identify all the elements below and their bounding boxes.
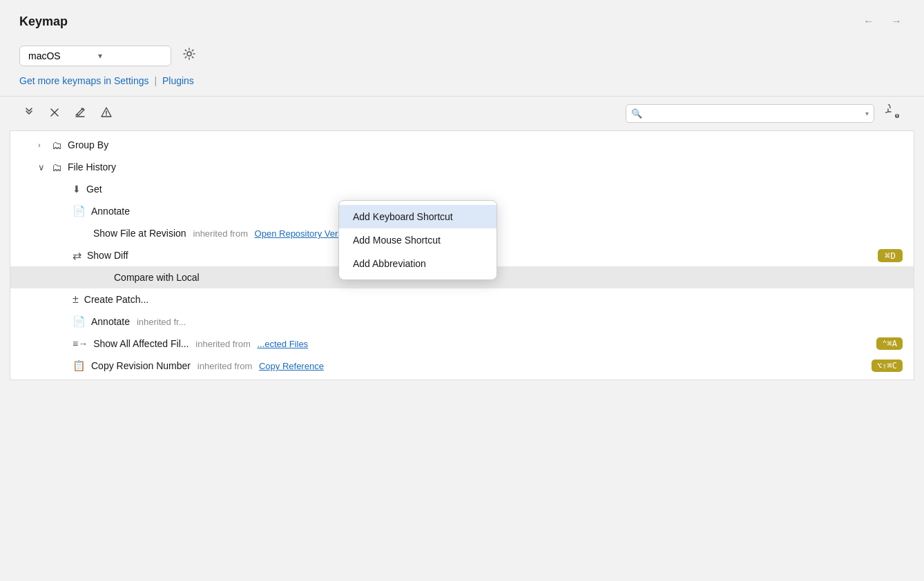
inherited-text: inherited from — [195, 339, 253, 349]
menu-item-label: Add Abbreviation — [353, 258, 426, 269]
row-label: Compare with Local — [114, 272, 903, 283]
tree-row[interactable]: ± Create Patch... — [10, 288, 914, 311]
row-label: Show File at Revision inherited from Ope… — [93, 228, 903, 239]
annotate-icon: 📄 — [73, 205, 86, 217]
affected-files-icon: ≡→ — [73, 338, 88, 349]
chevron-down-icon: ∨ — [38, 162, 48, 173]
tree-row[interactable]: ∨ 🗂 File History — [10, 156, 914, 178]
expand-icon — [23, 106, 35, 119]
svg-point-8 — [897, 117, 898, 117]
context-menu-item-add-abbreviation[interactable]: Add Abbreviation — [339, 252, 497, 275]
gear-icon — [182, 47, 196, 61]
row-label: Get — [86, 184, 903, 195]
collapse-icon — [49, 107, 60, 118]
settings-link[interactable]: Get more keymaps in Settings — [19, 75, 149, 86]
tree-row[interactable]: 📄 Annotate inherited fr... — [10, 311, 914, 333]
forward-button[interactable]: → — [888, 14, 905, 29]
inherited-link[interactable]: Copy Reference — [259, 361, 324, 371]
collapse-all-button[interactable] — [46, 105, 64, 123]
row-label: Annotate inherited fr... — [91, 316, 903, 327]
tree-row[interactable]: ≡→ Show All Affected Fil... inherited fr… — [10, 333, 914, 355]
context-menu-item-add-keyboard-shortcut[interactable]: Add Keyboard Shortcut — [339, 205, 497, 228]
link-separator: | — [154, 75, 157, 86]
chevron-down-icon: ▾ — [98, 51, 162, 61]
controls-row: macOS ▾ — [0, 39, 924, 74]
inherited-link[interactable]: ...ected Files — [257, 339, 308, 349]
toolbar: 🔍 ▾ — [0, 96, 924, 130]
nav-buttons: ← → — [860, 14, 905, 29]
row-label: Show All Affected Fil... inherited from … — [93, 338, 876, 349]
tree-row[interactable]: › 🗂 Group By — [10, 134, 914, 156]
page-title: Keymap — [19, 14, 68, 29]
tree-row[interactable]: ⬇ Get — [10, 178, 914, 200]
search-container: 🔍 ▾ — [626, 104, 874, 123]
get-icon: ⬇ — [73, 184, 81, 195]
menu-item-label: Add Keyboard Shortcut — [353, 211, 453, 222]
keymap-value: macOS — [28, 50, 93, 61]
edit-icon — [74, 106, 86, 119]
links-row: Get more keymaps in Settings | Plugins — [0, 74, 924, 96]
annotate-icon: 📄 — [73, 315, 86, 328]
copy-icon: 📋 — [73, 360, 86, 372]
expand-all-button[interactable] — [19, 104, 39, 124]
plugins-link[interactable]: Plugins — [162, 75, 194, 86]
svg-point-5 — [106, 115, 107, 116]
row-label: File History — [68, 161, 903, 173]
gear-button[interactable] — [178, 44, 200, 67]
row-label: Copy Revision Number inherited from Copy… — [91, 360, 872, 371]
diff-icon: ⇄ — [73, 249, 81, 262]
keymap-dropdown[interactable]: macOS ▾ — [19, 46, 171, 66]
warning-icon — [100, 106, 113, 119]
restore-icon — [885, 104, 901, 119]
edit-button[interactable] — [70, 104, 90, 124]
shortcut-badge: ⌥⇧⌘C — [872, 360, 903, 372]
patch-icon: ± — [73, 293, 79, 306]
menu-item-label: Add Mouse Shortcut — [353, 235, 441, 246]
row-label: Group By — [68, 139, 903, 150]
folder-icon: 🗂 — [52, 161, 62, 173]
row-label: Create Patch... — [84, 294, 903, 305]
search-input[interactable] — [626, 104, 874, 123]
header: Keymap ← → — [0, 0, 924, 39]
inherited-text: inherited fr... — [137, 317, 186, 327]
back-button[interactable]: ← — [860, 14, 877, 29]
tree-row[interactable]: 📋 Copy Revision Number inherited from Co… — [10, 355, 914, 377]
inherited-text: inherited from — [198, 361, 255, 371]
warning-button[interactable] — [97, 104, 116, 124]
restore-defaults-button[interactable] — [881, 102, 905, 125]
context-menu-item-add-mouse-shortcut[interactable]: Add Mouse Shortcut — [339, 228, 497, 252]
context-menu: Add Keyboard Shortcut Add Mouse Shortcut… — [338, 200, 497, 280]
svg-point-0 — [187, 52, 191, 56]
keymap-panel: Keymap ← → macOS ▾ Get more keymaps in S… — [0, 0, 924, 581]
inherited-text: inherited from — [193, 228, 251, 239]
shortcut-badge: ⌘D — [878, 249, 903, 262]
chevron-right-icon: › — [38, 141, 48, 149]
shortcut-badge: ⌃⌘A — [876, 337, 903, 350]
folder-icon: 🗂 — [52, 139, 62, 151]
